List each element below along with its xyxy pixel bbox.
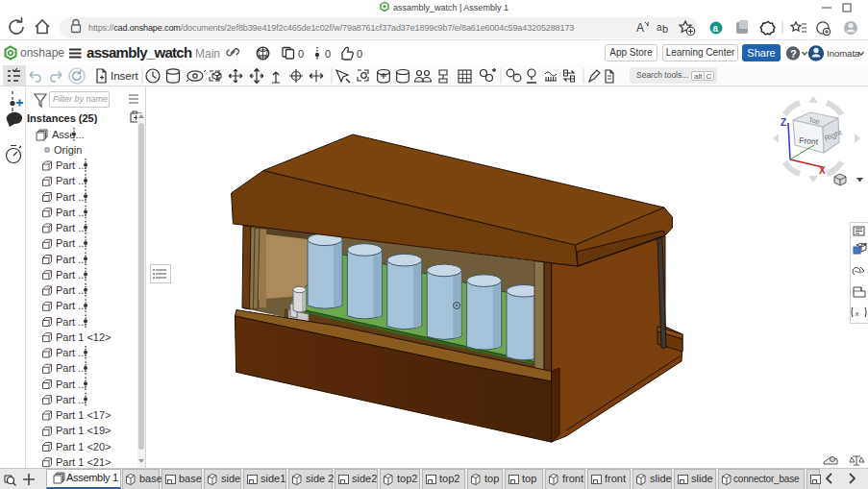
svg-text:Part 1 <21>: Part 1 <21> xyxy=(56,456,112,468)
svg-text:Part 1 <19>: Part 1 <19> xyxy=(56,425,112,436)
svg-text:Part ...: Part ... xyxy=(56,254,87,265)
svg-text:Part 1 <12>: Part 1 <12> xyxy=(56,331,112,343)
svg-text:Part ...: Part ... xyxy=(56,191,87,203)
svg-text:Part ...: Part ... xyxy=(56,175,87,186)
svg-text:Part ...: Part ... xyxy=(56,207,87,218)
svg-text:Z: Z xyxy=(781,117,786,128)
svg-text:X: X xyxy=(819,165,826,176)
svg-text:Part 1 <17>: Part 1 <17> xyxy=(56,409,112,421)
svg-text:Asse...: Asse... xyxy=(52,129,85,140)
svg-text:Part ...: Part ... xyxy=(56,284,87,296)
svg-text:x: x xyxy=(856,309,859,318)
svg-text:Part ...: Part ... xyxy=(56,269,87,281)
svg-text:Front: Front xyxy=(799,135,819,146)
svg-text:Origin: Origin xyxy=(54,144,82,156)
svg-text:Part ...: Part ... xyxy=(56,237,87,249)
svg-text:Part ...: Part ... xyxy=(56,159,87,171)
svg-text:Part ...: Part ... xyxy=(56,300,87,311)
svg-text:Part 1 <20>: Part 1 <20> xyxy=(56,441,112,452)
svg-text:Part ...: Part ... xyxy=(56,362,87,374)
svg-text:Part ...: Part ... xyxy=(56,222,87,233)
svg-text:Part ...: Part ... xyxy=(56,379,87,390)
svg-text:Part ...: Part ... xyxy=(56,347,87,358)
svg-text:Part ...: Part ... xyxy=(56,316,87,328)
svg-text:Part ...: Part ... xyxy=(56,394,87,405)
